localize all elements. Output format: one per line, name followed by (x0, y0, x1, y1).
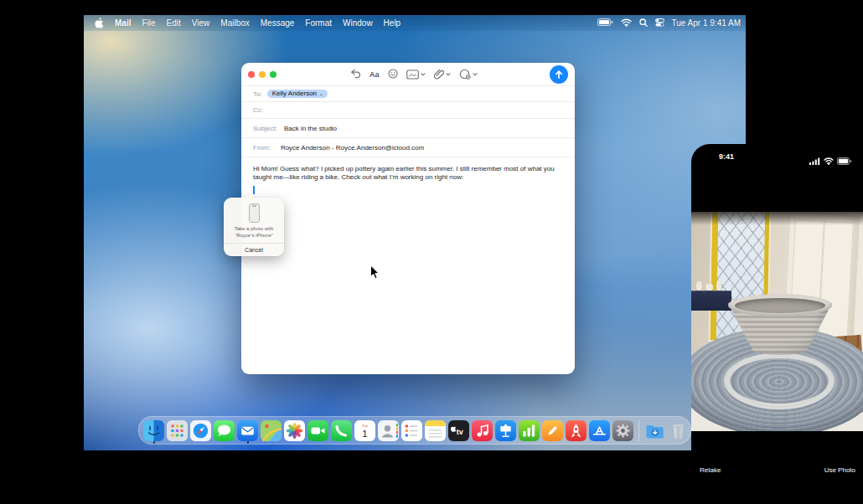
mail-compose-window: Aa To: Ke (241, 63, 575, 374)
format-text-icon[interactable]: Aa (369, 70, 380, 79)
dock-mail[interactable] (237, 420, 258, 441)
pottery-piece (696, 281, 702, 291)
dock-photos[interactable] (284, 420, 305, 441)
from-field[interactable]: From: Royce Anderson - Royce.Anderson@ic… (241, 138, 575, 157)
cc-label: Cc: (253, 106, 263, 114)
menu-item-help[interactable]: Help (384, 18, 401, 28)
dock-finder[interactable] (143, 420, 164, 441)
apple-menu-icon[interactable] (95, 18, 104, 28)
dock-appstore[interactable] (589, 420, 610, 441)
appletv-label: tv (457, 427, 463, 435)
camera-preview-photo (691, 212, 863, 431)
cc-field[interactable]: Cc: (241, 102, 575, 119)
menu-item-mailbox[interactable]: Mailbox (220, 18, 249, 28)
menu-item-mail[interactable]: Mail (115, 18, 131, 28)
menu-item-format[interactable]: Format (305, 18, 332, 28)
subject-label: Subject: (253, 125, 277, 132)
dock-downloads-folder[interactable] (644, 420, 665, 441)
dock-facetime[interactable] (307, 420, 328, 441)
clay-bowl (728, 294, 832, 357)
dock: Tue1 tv (138, 416, 691, 445)
to-label: To: (253, 90, 262, 98)
dock-settings[interactable] (612, 420, 633, 441)
dock-keynote[interactable] (495, 420, 516, 441)
minimize-button[interactable] (259, 71, 266, 78)
chevron-down-icon (446, 73, 451, 76)
iphone-clock: 9:41 (719, 152, 734, 161)
iphone-camera-panel: 9:41 (691, 144, 863, 504)
chevron-down-icon (421, 73, 426, 76)
emoji-icon[interactable] (388, 67, 398, 82)
menu-bar: Mail File Edit View Mailbox Message Form… (84, 15, 746, 31)
text-caret (253, 186, 255, 194)
dock-launchpad[interactable] (167, 420, 188, 441)
running-indicator (247, 441, 250, 444)
photo-browser-button[interactable] (406, 69, 426, 80)
compose-toolbar: Aa (241, 63, 575, 86)
dock-phone[interactable] (331, 420, 352, 441)
subject-value: Back in the studio (284, 125, 337, 132)
chevron-down-icon: ⌄ (319, 91, 323, 96)
send-button[interactable] (550, 65, 568, 84)
calendar-day: 1 (362, 428, 367, 438)
close-button[interactable] (248, 71, 255, 78)
attachment-button[interactable] (434, 69, 451, 80)
continuity-camera-popup: Take a photo with “Royce’s iPhone” Cance… (224, 198, 284, 256)
dock-notes[interactable] (425, 420, 446, 441)
dock-messages[interactable] (214, 420, 235, 441)
dock-numbers[interactable] (519, 420, 540, 441)
menu-item-message[interactable]: Message (261, 18, 295, 28)
iphone-icon (249, 203, 260, 223)
dock-safari[interactable] (190, 420, 211, 441)
iphone-status-bar: 9:41 (691, 144, 863, 169)
to-field[interactable]: To: Kelly Anderson ⌄ (241, 86, 575, 102)
dock-calendar[interactable]: Tue1 (354, 420, 375, 441)
cellular-signal-icon (809, 153, 820, 168)
wifi-icon[interactable] (621, 18, 632, 28)
dock-maps[interactable] (261, 420, 282, 441)
dock-trash[interactable] (668, 420, 689, 441)
popup-text-line1: Take a photo with (224, 226, 284, 233)
battery-icon (837, 153, 852, 168)
retake-button[interactable]: Retake (700, 466, 721, 474)
chevron-down-icon (473, 73, 478, 76)
arrow-up-icon (554, 69, 564, 80)
menu-item-edit[interactable]: Edit (167, 18, 181, 28)
undo-icon[interactable] (350, 67, 361, 82)
dock-music[interactable] (472, 420, 493, 441)
studio-shelf (691, 291, 731, 311)
menu-item-window[interactable]: Window (343, 18, 373, 28)
dock-reminders[interactable] (401, 420, 422, 441)
camera-action-bar: Retake Use Photo (691, 431, 863, 504)
from-value: Royce Anderson - Royce.Anderson@icloud.c… (281, 144, 424, 152)
popup-text-line2: “Royce’s iPhone” (224, 233, 284, 239)
use-photo-button[interactable]: Use Photo (824, 466, 855, 474)
from-account-button[interactable] (459, 69, 478, 80)
dock-contacts[interactable] (378, 420, 399, 441)
running-indicator (153, 441, 156, 444)
screen: Mail File Edit View Mailbox Message Form… (0, 0, 863, 504)
mouse-pointer (369, 265, 380, 283)
cancel-button[interactable]: Cancel (224, 244, 284, 257)
control-center-icon[interactable] (655, 18, 664, 28)
menu-bar-clock[interactable]: Tue Apr 1 9:41 AM (672, 18, 741, 28)
pottery-piece (705, 284, 713, 291)
menu-item-file[interactable]: File (142, 18, 155, 28)
search-icon[interactable] (639, 18, 648, 28)
dock-appletv[interactable]: tv (448, 420, 469, 441)
from-label: From: (253, 144, 271, 152)
recipient-name: Kelly Anderson (272, 90, 317, 97)
wheel-highlight-ring (724, 352, 835, 409)
message-body[interactable]: Hi Mom! Guess what? I picked up pottery … (241, 157, 575, 181)
recipient-pill[interactable]: Kelly Anderson ⌄ (267, 90, 328, 99)
dock-divider (638, 420, 639, 441)
dock-rocket-app[interactable] (566, 420, 587, 441)
photo-top-shadow (691, 212, 863, 225)
battery-icon[interactable] (597, 18, 613, 28)
subject-field[interactable]: Subject: Back in the studio (241, 119, 575, 138)
dock-pages[interactable] (542, 420, 563, 441)
wifi-icon (824, 153, 834, 168)
zoom-button[interactable] (270, 71, 276, 78)
pottery-piece (716, 280, 721, 291)
menu-item-view[interactable]: View (192, 18, 210, 28)
